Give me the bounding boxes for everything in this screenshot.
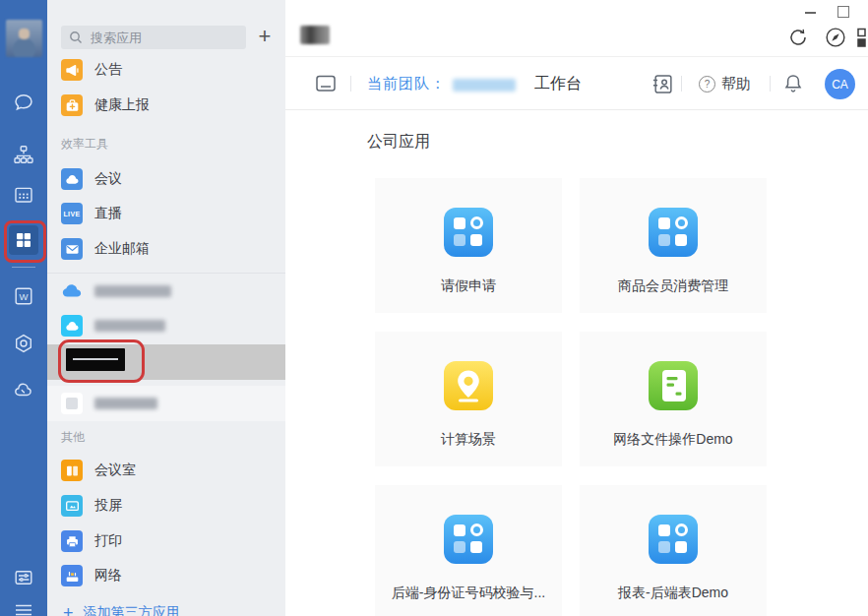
page-header: 当前团队： 工作台 ? 帮助 CA [285,56,868,110]
app-tile-label: 商品会员消费管理 [580,277,767,295]
network-icon [61,565,83,586]
app-grid-icon [649,515,698,564]
chat-icon[interactable] [0,86,47,119]
question-mark-icon: ? [699,76,715,92]
sidebar-item-meeting[interactable]: 会议 [47,161,285,197]
black-redaction-box [66,348,125,371]
app-tile-label: 后端-身份证号码校验与... [375,585,562,602]
add-third-party-label: 添加第三方应用 [84,604,180,616]
sidebar-item-redacted-3[interactable] [47,386,285,421]
help-label: 帮助 [721,75,751,93]
search-icon [69,31,83,44]
add-third-party-link[interactable]: + 添加第三方应用 [47,595,285,616]
org-icon[interactable] [0,138,47,171]
monitor-icon[interactable] [313,71,339,96]
sidebar-item-label: 会议 [94,170,122,188]
window-toolbar [285,18,868,57]
sidebar-item-screen-cast[interactable]: 投屏 [47,488,285,524]
sidebar-item-redacted-2[interactable] [47,308,285,343]
window-minimize-button[interactable] [805,12,816,14]
app-tile-label: 网络文件操作Demo [580,431,767,449]
live-badge-text: LIVE [63,211,80,217]
redacted-team-name [453,79,516,92]
add-app-button[interactable]: + [252,24,278,49]
app-tile-member-consumption[interactable]: 商品会员消费管理 [580,178,767,313]
sidebar-item-redacted-1[interactable] [47,273,285,308]
help-button[interactable]: ? 帮助 [699,75,751,93]
apps-grid-icon[interactable] [854,25,868,50]
current-team-label[interactable]: 当前团队： [367,75,446,93]
sidebar-item-label: 直播 [94,205,122,222]
header-divider [770,76,771,92]
workbench-grid-icon[interactable] [0,223,47,257]
cloud-meeting-icon [61,168,83,190]
refresh-icon[interactable] [785,25,811,50]
printer-icon [61,530,83,552]
company-apps-title: 公司应用 [367,132,430,153]
redacted-label [94,398,157,409]
sidebar-item-label: 打印 [94,532,122,550]
app-tile-report-backend-demo[interactable]: 报表-后端表Demo [580,485,767,616]
meeting-room-icon [61,460,83,481]
cloud-call-icon[interactable] [0,373,47,406]
user-avatar[interactable] [6,20,42,57]
sidebar-item-label: 网络 [94,567,122,585]
sidebar-item-meeting-room[interactable]: 会议室 [47,453,285,488]
sidebar-item-label: 健康上报 [94,96,150,114]
app-grid-icon [444,515,493,564]
docs-letter: W [20,291,29,302]
sidebar-item-live[interactable]: LIVE 直播 [47,196,285,231]
redacted-label [94,285,171,297]
calendar-icon[interactable] [0,178,47,212]
blue-cloud-icon [61,280,83,302]
section-header-tools: 效率工具 [61,136,108,153]
app-grid-icon [649,208,698,257]
redacted-label [94,320,165,332]
app-tile-network-file-demo[interactable]: 网络文件操作Demo [580,332,767,466]
sidebar-item-label: 企业邮箱 [94,240,150,258]
docs-w-icon[interactable]: W [0,279,47,313]
white-app-icon [61,393,83,414]
sidebar-item-label: 公告 [94,61,122,79]
workbench-tab[interactable]: 工作台 [534,74,582,94]
plus-icon: + [63,603,74,616]
app-tile-leave-request[interactable]: 请假申请 [375,178,562,313]
sidebar-item-print[interactable]: 打印 [47,524,285,559]
health-report-icon [61,94,83,116]
app-grid-icon [444,208,493,257]
megaphone-icon [61,59,83,81]
sidebar-item-label: 投屏 [94,497,122,515]
search-box[interactable] [61,26,246,49]
header-divider [350,76,351,92]
mail-icon [61,238,83,260]
sidebar-item-health-report[interactable]: 健康上报 [47,88,285,123]
settings-sliders-icon[interactable] [0,561,47,594]
section-header-others: 其他 [61,429,85,446]
app-tile-compute-scene[interactable]: 计算场景 [375,332,562,466]
live-icon: LIVE [61,203,83,224]
user-avatar-initials[interactable]: CA [825,69,855,99]
app-tile-label: 请假申请 [375,277,562,295]
cyan-cloud-icon [61,315,83,337]
main-panel: 当前团队： 工作台 ? 帮助 CA 公司应用 [285,0,868,616]
sidebar-item-network[interactable]: 网络 [47,558,285,593]
sidebar-item-announcement[interactable]: 公告 [47,52,285,88]
rail-divider [12,267,35,268]
screen-cast-icon [61,495,83,517]
menu-icon[interactable] [0,593,47,616]
sidebar-item-label: 会议室 [94,462,136,479]
redacted-app-logo [300,26,330,44]
location-pin-icon [444,361,493,410]
sidebar-item-enterprise-mail[interactable]: 企业邮箱 [47,231,285,267]
header-divider [681,76,682,92]
compass-icon[interactable] [823,25,848,50]
search-input[interactable] [89,30,230,46]
bell-icon[interactable] [780,71,806,96]
app-tile-label: 计算场景 [375,431,562,449]
window-maximize-button[interactable] [837,6,849,18]
app-sidebar: + 公告 健康上报 效率工具 会议 LIVE 直播 企业邮箱 [47,0,285,616]
app-tile-id-validation[interactable]: 后端-身份证号码校验与... [375,485,562,616]
projects-hex-icon[interactable] [0,327,47,360]
app-tile-label: 报表-后端表Demo [580,585,767,602]
contacts-book-icon[interactable] [650,71,675,96]
